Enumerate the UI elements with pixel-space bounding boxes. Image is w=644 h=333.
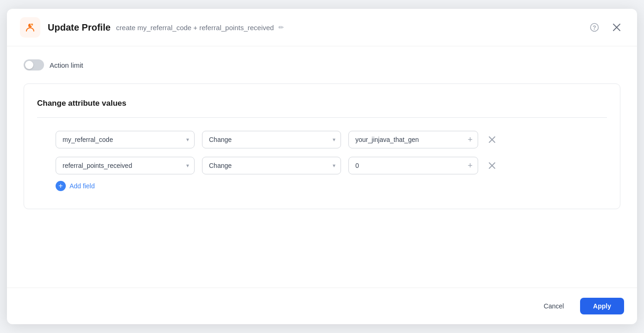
field-row: my_referral_code referral_points_receive… [56,157,588,174]
close-button[interactable] [609,20,624,35]
action-limit-label: Action limit [50,61,83,69]
modal-body: Action limit Change attribute values my_… [7,46,637,288]
attribute-select-wrapper-2: my_referral_code referral_points_receive… [56,157,195,174]
modal-footer: Cancel Apply [7,288,637,324]
attribute-select-1[interactable]: my_referral_code referral_points_receive… [56,131,195,148]
svg-text:?: ? [593,25,596,31]
modal-subtitle: create my_referral_code + referral_point… [116,24,274,32]
add-field-button[interactable]: + Add field [56,178,95,194]
plus-icon[interactable]: + [467,161,473,170]
plus-circle-icon: + [56,181,66,191]
fields-container: my_referral_code referral_points_receive… [37,131,607,174]
cancel-button[interactable]: Cancel [533,297,575,315]
value-input-2[interactable] [348,157,478,174]
operation-select-2[interactable]: Change Set Increment Decrement [202,157,341,174]
header-icon: + [20,17,40,38]
operation-select-wrapper-2: Change Set Increment Decrement ▾ [202,157,341,174]
attribute-select-wrapper-1: my_referral_code referral_points_receive… [56,131,195,148]
remove-row-button-1[interactable] [486,133,499,146]
modal-title: Update Profile [48,22,111,33]
modal-header: + Update Profile create my_referral_code… [7,9,637,46]
change-attributes-card: Change attribute values my_referral_code… [24,83,620,209]
value-wrapper-2: + [348,157,478,174]
svg-text:+: + [31,24,32,26]
remove-row-button-2[interactable] [486,159,499,172]
field-row: my_referral_code referral_points_receive… [56,131,588,148]
action-limit-toggle[interactable] [24,59,44,70]
header-actions: ? [587,20,624,35]
operation-select-1[interactable]: Change Set Increment Decrement [202,131,341,148]
card-title: Change attribute values [37,99,607,108]
plus-icon[interactable]: + [467,135,473,144]
apply-button[interactable]: Apply [580,298,624,314]
value-wrapper-1: + [348,131,478,148]
value-input-1[interactable] [348,131,478,148]
edit-icon[interactable]: ✏ [278,24,284,31]
attribute-select-2[interactable]: my_referral_code referral_points_receive… [56,157,195,174]
add-field-label: Add field [69,182,95,190]
action-limit-row: Action limit [24,59,620,70]
update-profile-modal: + Update Profile create my_referral_code… [7,9,637,324]
help-button[interactable]: ? [587,20,602,35]
operation-select-wrapper-1: Change Set Increment Decrement ▾ [202,131,341,148]
card-divider [37,117,607,118]
